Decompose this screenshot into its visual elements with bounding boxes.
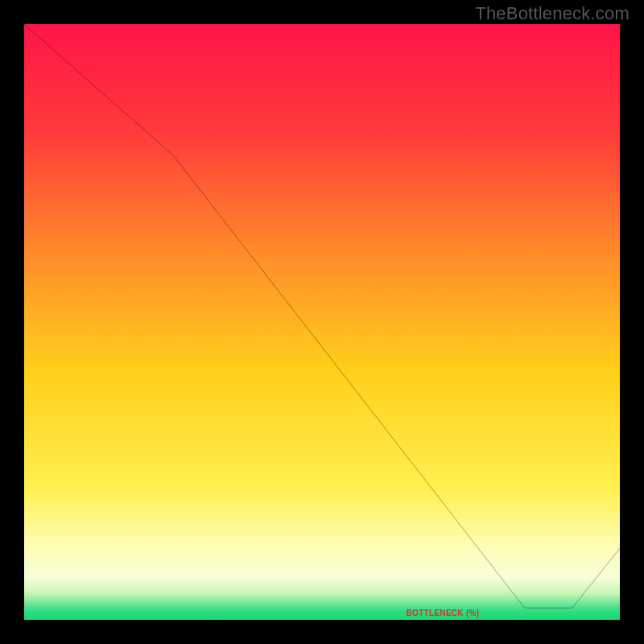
data-line xyxy=(24,24,620,620)
plot-area: BOTTLENECK (%) xyxy=(24,24,620,620)
watermark-text: TheBottleneck.com xyxy=(475,3,630,24)
chart-container: TheBottleneck.com xyxy=(0,0,644,644)
